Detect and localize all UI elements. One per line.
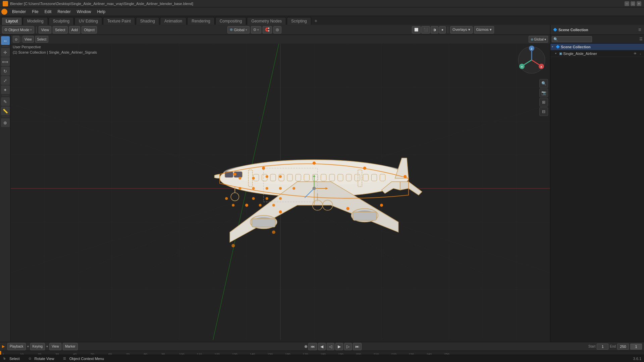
- jump-start-btn[interactable]: ⏮: [308, 343, 317, 350]
- outliner-list: ▾ 🔷 Scene Collection ▾ ▣ Single_Aisle_Ai…: [550, 44, 644, 342]
- start-frame-input[interactable]: [597, 344, 608, 350]
- annotate-tool[interactable]: ✎: [1, 97, 10, 106]
- end-frame-input[interactable]: [617, 344, 629, 350]
- add-menu[interactable]: Add: [69, 26, 80, 34]
- mode-selector[interactable]: ⊙ Object Mode ▾: [2, 26, 34, 34]
- material-mode[interactable]: ◑: [431, 26, 438, 34]
- menu-file[interactable]: File: [29, 9, 41, 15]
- add-workspace-btn[interactable]: +: [312, 17, 320, 25]
- rotate-tool[interactable]: ↻: [1, 67, 10, 75]
- scene-collection-header: 🔷 Scene Collection ☰: [550, 25, 644, 35]
- tab-shading[interactable]: Shading: [136, 17, 159, 25]
- snap-toggle[interactable]: 🧲: [263, 26, 272, 34]
- tab-sculpting[interactable]: Sculpting: [49, 17, 74, 25]
- viewport-view-btn[interactable]: View: [22, 36, 34, 43]
- pivot-point[interactable]: ⊙ ▾: [251, 26, 261, 34]
- svg-point-96: [232, 204, 234, 206]
- transform-orient[interactable]: ⊕ Global ▾: [227, 26, 250, 34]
- tab-texture-paint[interactable]: Texture Paint: [103, 17, 135, 25]
- view-local-btn[interactable]: ⊟: [539, 107, 548, 116]
- menu-blender[interactable]: Blender: [9, 9, 29, 15]
- svg-point-91: [279, 175, 282, 178]
- timeline-header: ▶ Playback ▾ Keying ▾ View Marker ⏮ ◀ ◁ …: [0, 342, 644, 351]
- transform-orient-vp[interactable]: ⊕ Global ▾: [529, 36, 548, 43]
- view-perspective-btn[interactable]: ⊞: [539, 98, 548, 107]
- jump-end-btn[interactable]: ⏭: [353, 343, 362, 350]
- cursor-tool[interactable]: ✛: [1, 48, 10, 57]
- tab-animation[interactable]: Animation: [160, 17, 186, 25]
- gizmo-toggle[interactable]: Gizmos ▾: [474, 26, 494, 34]
- svg-point-97: [245, 204, 248, 206]
- zoom-in-btn[interactable]: 🔍: [539, 79, 548, 88]
- outliner-panel: ☰ ▾ 🔷 Scene Collection ▾ ▣ Single_Aisle_…: [550, 35, 644, 342]
- svg-point-86: [279, 187, 282, 190]
- maximize-btn[interactable]: □: [631, 1, 635, 6]
- filter-icon-outliner[interactable]: ☰: [639, 37, 643, 41]
- play-back-btn[interactable]: ◁: [327, 343, 334, 350]
- filter-icon[interactable]: ☰: [638, 28, 641, 32]
- window-controls[interactable]: − □ ×: [625, 1, 641, 6]
- svg-point-94: [279, 197, 282, 200]
- viewport-select-btn[interactable]: Select: [35, 36, 49, 43]
- tab-rendering[interactable]: Rendering: [187, 17, 214, 25]
- marker-menu[interactable]: Marker: [63, 343, 78, 350]
- view-timeline-menu[interactable]: View: [49, 343, 61, 350]
- prev-frame-btn[interactable]: ◀: [318, 343, 326, 350]
- rendered-mode[interactable]: ●: [439, 26, 446, 34]
- overlay-toggle[interactable]: Overlays ▾: [450, 26, 472, 34]
- scene-coll-icon: 🔷: [556, 45, 560, 49]
- outliner-scene-collection[interactable]: ▾ 🔷 Scene Collection: [550, 44, 644, 50]
- proportional-edit[interactable]: ◎: [273, 26, 281, 34]
- menu-render[interactable]: Render: [55, 9, 73, 15]
- rmb-icon: ⊙: [29, 357, 31, 360]
- viewport-canvas: [11, 35, 550, 342]
- viewport-mode-btn[interactable]: ⊙: [13, 36, 19, 43]
- play-btn[interactable]: ▶: [335, 343, 343, 350]
- object-menu[interactable]: Object: [82, 26, 97, 34]
- svg-point-75: [279, 210, 282, 213]
- blender-logo: [3, 1, 8, 6]
- menu-help[interactable]: Help: [94, 9, 108, 15]
- tab-layout[interactable]: Layout: [1, 17, 22, 25]
- tab-geometry-nodes[interactable]: Geometry Nodes: [247, 17, 286, 25]
- menu-bar: Blender File Edit Render Window Help: [0, 7, 644, 16]
- wireframe-mode[interactable]: ⬜: [412, 26, 421, 34]
- svg-point-89: [252, 177, 255, 180]
- scene-collection-title: Scene Collection: [558, 28, 638, 32]
- keying-menu[interactable]: Keying: [30, 343, 45, 350]
- select-tool[interactable]: ↔: [1, 36, 10, 45]
- svg-point-68: [233, 173, 236, 176]
- mouse-icon: 🖱: [3, 357, 6, 360]
- recording-indicator: [305, 345, 307, 348]
- outliner-search[interactable]: [552, 36, 592, 42]
- view-menu[interactable]: View: [39, 26, 51, 34]
- close-btn[interactable]: ×: [637, 1, 641, 6]
- measure-tool[interactable]: 📏: [1, 107, 10, 115]
- move-tool[interactable]: ⟺: [1, 57, 10, 66]
- next-frame-btn[interactable]: ▷: [344, 343, 352, 350]
- solid-mode[interactable]: ⬛: [421, 26, 430, 34]
- tab-scripting[interactable]: Scripting: [287, 17, 311, 25]
- current-frame-input[interactable]: [630, 344, 642, 350]
- viewport-3d[interactable]: ⊙ View Select ⊕ Global ▾ User Perspectiv…: [11, 35, 550, 342]
- tab-compositing[interactable]: Compositing: [215, 17, 247, 25]
- tab-uv-editing[interactable]: UV Editing: [74, 17, 102, 25]
- playback-menu[interactable]: Playback: [7, 343, 26, 350]
- svg-text:Y: Y: [521, 65, 523, 68]
- menu-edit[interactable]: Edit: [42, 9, 54, 15]
- add-object-tool[interactable]: ⊕: [1, 118, 10, 127]
- transform-tool[interactable]: ✦: [1, 85, 10, 94]
- blender-icon: [1, 9, 7, 15]
- svg-point-74: [346, 207, 349, 210]
- svg-point-87: [292, 187, 295, 190]
- tab-modeling[interactable]: Modeling: [23, 17, 48, 25]
- svg-point-92: [252, 197, 255, 200]
- select-menu[interactable]: Select: [53, 26, 68, 34]
- minimize-btn[interactable]: −: [625, 1, 629, 6]
- view-camera-btn[interactable]: 📷: [539, 88, 548, 97]
- outliner-main-collection[interactable]: ▾ ▣ Single_Aisle_Airliner 👁 ↓: [550, 50, 644, 57]
- scale-tool[interactable]: ⤢: [1, 76, 10, 85]
- menu-window[interactable]: Window: [74, 9, 94, 15]
- tool-sep-3: [2, 117, 9, 117]
- version-label: 3.6.1: [633, 357, 641, 361]
